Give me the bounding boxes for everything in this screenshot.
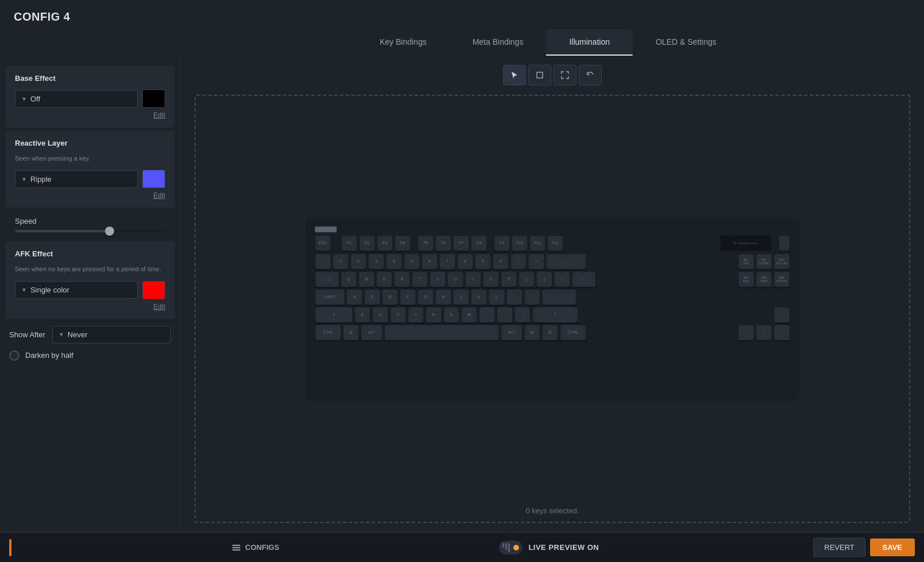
key-p[interactable]: P <box>501 271 517 287</box>
key-r[interactable]: R <box>394 271 410 287</box>
key-rshift[interactable]: ⇧ <box>532 307 578 323</box>
key-f7[interactable]: F7 <box>453 235 469 251</box>
tab-meta-bindings[interactable]: Meta Bindings <box>450 29 547 56</box>
key-up[interactable]: ↑ <box>774 307 790 323</box>
key-s[interactable]: S <box>364 289 380 305</box>
key-left[interactable]: ← <box>738 325 754 341</box>
tab-key-bindings[interactable]: Key Bindings <box>357 29 450 56</box>
key-lwin[interactable]: ⊞ <box>343 325 359 341</box>
key-m2[interactable]: M2HOME <box>756 253 772 270</box>
live-preview-toggle[interactable] <box>499 541 523 555</box>
key-f12[interactable]: F12 <box>547 235 563 251</box>
key-backspace[interactable]: ← <box>546 253 586 270</box>
base-effect-edit[interactable]: Edit <box>15 111 165 119</box>
key-1[interactable]: 1 <box>333 253 349 270</box>
key-c[interactable]: C <box>390 307 406 323</box>
key-k[interactable]: K <box>471 289 487 305</box>
key-right[interactable]: → <box>774 325 790 341</box>
key-lshift[interactable]: ⇧ <box>315 307 353 323</box>
key-n[interactable]: N <box>443 307 459 323</box>
key-rwin[interactable]: ⊞ <box>524 325 540 341</box>
key-f1[interactable]: F1 <box>341 235 357 251</box>
base-effect-color[interactable] <box>142 89 165 108</box>
save-button[interactable]: SAVE <box>870 538 915 556</box>
select-tool-button[interactable] <box>528 65 551 85</box>
afk-effect-color[interactable] <box>142 281 165 299</box>
key-9[interactable]: 9 <box>475 253 491 270</box>
key-down[interactable]: ↓ <box>756 325 772 341</box>
key-f3[interactable]: F3 <box>377 235 393 251</box>
speed-slider-track[interactable] <box>15 230 165 232</box>
key-3[interactable]: 3 <box>368 253 384 270</box>
key-capslock[interactable]: CAPS <box>315 289 345 305</box>
key-equals[interactable]: = <box>528 253 544 270</box>
key-z[interactable]: Z <box>354 307 371 323</box>
key-f6[interactable]: F6 <box>435 235 451 251</box>
key-backtick[interactable]: ` <box>315 253 331 270</box>
key-d[interactable]: D <box>382 289 398 305</box>
key-rbracket[interactable]: ] <box>536 271 552 287</box>
key-rctrl[interactable]: CTRL <box>560 325 586 341</box>
key-l[interactable]: L <box>489 289 505 305</box>
key-lctrl[interactable]: CTRL <box>315 325 341 341</box>
key-f9[interactable]: F9 <box>494 235 510 251</box>
reactive-layer-dropdown[interactable]: ▼ Ripple <box>15 170 138 188</box>
key-6[interactable]: 6 <box>422 253 438 270</box>
afk-effect-edit[interactable]: Edit <box>15 303 165 311</box>
key-m[interactable]: M <box>461 307 477 323</box>
key-f8[interactable]: F8 <box>471 235 487 251</box>
key-menu[interactable]: ☰ <box>542 325 558 341</box>
key-t[interactable]: T <box>412 271 428 287</box>
key-lalt[interactable]: ALT <box>361 325 383 341</box>
key-7[interactable]: 7 <box>439 253 455 270</box>
key-f10[interactable]: F10 <box>512 235 528 251</box>
key-backslash[interactable]: \ <box>554 271 570 287</box>
tab-illumination[interactable]: Illumination <box>546 29 633 56</box>
show-after-dropdown[interactable]: ▼ Never <box>52 326 171 344</box>
base-effect-dropdown[interactable]: ▼ Off <box>15 90 138 108</box>
key-enter-top[interactable]: ← <box>572 271 596 287</box>
key-j[interactable]: J <box>453 289 469 305</box>
key-comma[interactable]: , <box>479 307 495 323</box>
key-prtsc[interactable] <box>778 235 790 251</box>
key-2[interactable]: 2 <box>350 253 367 270</box>
key-m1[interactable]: M1INS <box>738 253 754 270</box>
key-q[interactable]: Q <box>341 271 357 287</box>
key-a[interactable]: A <box>346 289 362 305</box>
key-v[interactable]: V <box>408 307 424 323</box>
key-e[interactable]: E <box>376 271 392 287</box>
key-b[interactable]: B <box>426 307 442 323</box>
afk-effect-dropdown[interactable]: ▼ Single color <box>15 281 138 299</box>
key-apostrophe[interactable]: ' <box>524 289 540 305</box>
key-semicolon[interactable]: ; <box>506 289 523 305</box>
key-slash[interactable]: / <box>514 307 531 323</box>
key-f[interactable]: F <box>400 289 416 305</box>
key-h[interactable]: H <box>435 289 451 305</box>
key-g[interactable]: G <box>418 289 434 305</box>
key-space[interactable] <box>384 325 499 341</box>
undo-button[interactable] <box>579 65 602 85</box>
key-period[interactable]: . <box>497 307 513 323</box>
key-minus[interactable]: - <box>510 253 527 270</box>
key-8[interactable]: 8 <box>457 253 473 270</box>
key-f11[interactable]: F11 <box>529 235 545 251</box>
key-tab[interactable]: →| <box>315 271 339 287</box>
key-f4[interactable]: F4 <box>395 235 411 251</box>
key-esc[interactable]: ESC <box>315 235 331 251</box>
tab-oled-settings[interactable]: OLED & Settings <box>633 29 739 56</box>
speed-slider-thumb[interactable] <box>105 227 114 236</box>
key-i[interactable]: I <box>465 271 481 287</box>
key-x[interactable]: X <box>372 307 388 323</box>
darken-checkbox[interactable] <box>9 350 20 361</box>
key-m3[interactable]: M3PG UP <box>774 253 790 270</box>
key-lbracket[interactable]: [ <box>518 271 535 287</box>
key-o[interactable]: O <box>483 271 499 287</box>
cursor-tool-button[interactable] <box>503 65 526 85</box>
key-f5[interactable]: F5 <box>418 235 434 251</box>
key-m4[interactable]: M4DEL <box>738 271 754 287</box>
key-5[interactable]: 5 <box>404 253 420 270</box>
key-enter[interactable]: ← <box>542 289 576 305</box>
reactive-layer-edit[interactable]: Edit <box>15 192 165 200</box>
revert-button[interactable]: REVERT <box>813 538 865 557</box>
key-m6[interactable]: M6PG DN <box>774 271 790 287</box>
